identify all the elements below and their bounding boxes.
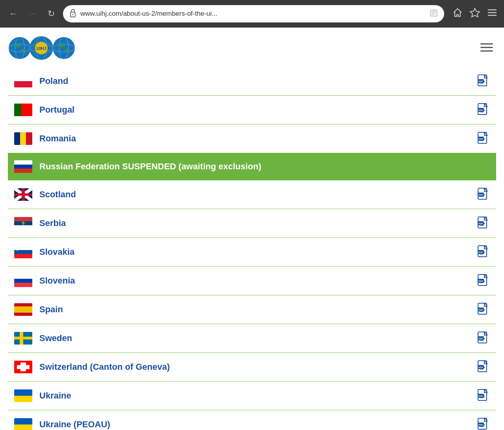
- country-left-russian-federation: Russian Federation SUSPENDED (awaiting e…: [14, 160, 261, 173]
- svg-text:PDF: PDF: [478, 366, 483, 369]
- flag-spain: [14, 303, 32, 316]
- flag-sweden: [14, 332, 32, 345]
- country-name-serbia: Serbia: [39, 218, 66, 228]
- svg-text:UIHJ: UIHJ: [36, 46, 46, 51]
- browser-chrome: ← → ↻ www.uihj.com/about-us-2/members-of…: [0, 0, 504, 28]
- country-name-scotland: Scotland: [39, 189, 76, 200]
- country-left-scotland: Scotland: [14, 188, 76, 201]
- svg-text:PDF: PDF: [478, 309, 483, 311]
- country-row-switzerland[interactable]: Switzerland (Canton of Geneva) PDF: [8, 353, 496, 382]
- flag-poland: [14, 75, 32, 87]
- country-list: Poland PDF Portugal PDF Romania PDF Russ…: [0, 67, 504, 430]
- svg-text:PDF: PDF: [478, 280, 483, 282]
- flag-serbia: [14, 217, 32, 230]
- svg-text:PDF: PDF: [478, 395, 483, 397]
- logo-container[interactable]: UIHJ: [8, 32, 75, 63]
- country-row-ukraine[interactable]: Ukraine PDF: [8, 382, 496, 410]
- svg-point-26: [65, 49, 69, 52]
- flag-portugal: [14, 104, 32, 116]
- flag-slovakia: [14, 246, 32, 258]
- svg-text:PDF: PDF: [478, 194, 483, 196]
- hamburger-line-2: [480, 47, 493, 48]
- country-name-slovenia: Slovenia: [39, 276, 75, 286]
- url-text: www.uihj.com/about-us-2/members-of-the-u…: [80, 10, 426, 18]
- svg-text:PDF: PDF: [478, 251, 483, 254]
- hamburger-line-1: [480, 43, 493, 44]
- page-content: UIHJ Poland PDF Port: [0, 28, 504, 430]
- address-bar[interactable]: www.uihj.com/about-us-2/members-of-the-u…: [63, 5, 444, 22]
- country-row-serbia[interactable]: Serbia PDF: [8, 209, 496, 238]
- svg-point-14: [20, 49, 25, 52]
- menu-button[interactable]: [487, 7, 498, 20]
- country-row-ukraine-peoau[interactable]: Ukraine (PEOAU) PDF: [8, 410, 496, 430]
- svg-point-10: [9, 37, 31, 59]
- pdf-icon-ukraine-peoau[interactable]: PDF: [477, 417, 490, 430]
- country-name-ukraine-peoau: Ukraine (PEOAU): [39, 419, 110, 430]
- country-row-scotland[interactable]: Scotland PDF: [8, 180, 496, 209]
- reader-icon: [430, 9, 438, 19]
- flag-slovenia: [14, 274, 32, 287]
- pdf-icon-serbia[interactable]: PDF: [477, 216, 490, 230]
- country-name-portugal: Portugal: [39, 105, 74, 115]
- hamburger-line-3: [480, 50, 493, 52]
- pdf-icon-romania[interactable]: PDF: [477, 132, 490, 146]
- country-name-poland: Poland: [39, 76, 68, 86]
- back-button[interactable]: ←: [6, 7, 20, 21]
- country-row-spain[interactable]: Spain PDF: [8, 295, 496, 324]
- country-left-serbia: Serbia: [14, 217, 66, 230]
- country-left-romania: Romania: [14, 132, 76, 145]
- flag-russian-federation: [14, 160, 32, 173]
- country-left-ukraine-peoau: Ukraine (PEOAU): [14, 418, 110, 430]
- pdf-icon-sweden[interactable]: PDF: [477, 331, 490, 345]
- svg-point-25: [59, 43, 65, 47]
- refresh-button[interactable]: ↻: [44, 7, 58, 21]
- country-left-portugal: Portugal: [14, 104, 74, 116]
- hamburger-menu-button[interactable]: [477, 40, 496, 55]
- pdf-icon-slovakia[interactable]: PDF: [477, 245, 490, 259]
- country-name-russian-federation: Russian Federation SUSPENDED (awaiting e…: [39, 161, 261, 172]
- country-row-sweden[interactable]: Sweden PDF: [8, 324, 496, 353]
- flag-romania: [14, 132, 32, 145]
- favorites-button[interactable]: [469, 7, 480, 20]
- country-left-slovakia: Slovakia: [14, 246, 74, 258]
- country-row-russian-federation[interactable]: Russian Federation SUSPENDED (awaiting e…: [8, 153, 496, 180]
- country-row-slovakia[interactable]: Slovakia PDF: [8, 238, 496, 267]
- country-row-portugal[interactable]: Portugal PDF: [8, 96, 496, 124]
- site-header: UIHJ: [0, 28, 504, 67]
- pdf-icon-portugal[interactable]: PDF: [477, 103, 490, 117]
- flag-scotland: [14, 188, 32, 201]
- pdf-icon-scotland[interactable]: PDF: [477, 187, 490, 202]
- flag-switzerland: [14, 361, 32, 373]
- country-row-slovenia[interactable]: Slovenia PDF: [8, 267, 496, 295]
- pdf-icon-spain[interactable]: PDF: [477, 302, 490, 317]
- svg-text:PDF: PDF: [478, 80, 483, 83]
- home-button[interactable]: [452, 7, 463, 20]
- country-left-poland: Poland: [14, 75, 68, 87]
- forward-button[interactable]: →: [25, 7, 39, 21]
- svg-text:PDF: PDF: [478, 424, 483, 426]
- svg-marker-6: [470, 8, 480, 17]
- svg-point-22: [53, 37, 75, 59]
- country-name-romania: Romania: [39, 133, 76, 144]
- country-name-spain: Spain: [39, 304, 63, 315]
- lock-icon: [69, 9, 76, 19]
- svg-point-1: [72, 14, 74, 15]
- country-left-ukraine: Ukraine: [14, 389, 71, 402]
- country-left-spain: Spain: [14, 303, 63, 316]
- pdf-icon-ukraine[interactable]: PDF: [477, 389, 490, 403]
- flag-ukraine-peoau: [14, 418, 32, 430]
- browser-actions: [452, 7, 498, 20]
- country-name-sweden: Sweden: [39, 333, 72, 343]
- country-row-romania[interactable]: Romania PDF: [8, 124, 496, 153]
- country-left-switzerland: Switzerland (Canton of Geneva): [14, 361, 170, 373]
- country-row-poland[interactable]: Poland PDF: [8, 67, 496, 96]
- country-name-ukraine: Ukraine: [39, 391, 71, 401]
- flag-ukraine: [14, 389, 32, 402]
- country-name-switzerland: Switzerland (Canton of Geneva): [39, 362, 170, 372]
- pdf-icon-slovenia[interactable]: PDF: [477, 274, 490, 288]
- pdf-icon-poland[interactable]: PDF: [477, 74, 490, 88]
- pdf-icon-switzerland[interactable]: PDF: [477, 360, 490, 374]
- svg-text:PDF: PDF: [478, 138, 483, 140]
- country-left-sweden: Sweden: [14, 332, 72, 345]
- country-left-slovenia: Slovenia: [14, 274, 75, 287]
